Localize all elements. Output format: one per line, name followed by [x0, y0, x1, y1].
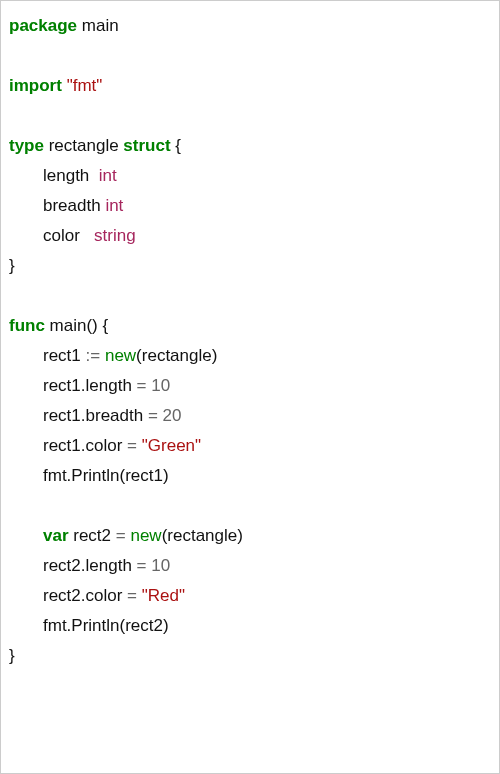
expr-color2: rect2.color: [43, 586, 127, 605]
num-10b: 10: [151, 556, 170, 575]
expr-color: rect1.color: [43, 436, 127, 455]
keyword-func: func: [9, 316, 45, 335]
num-20: 20: [163, 406, 182, 425]
type-int: int: [99, 166, 117, 185]
brace-close: }: [9, 646, 15, 665]
keyword-var: var: [43, 526, 69, 545]
str-green: "Green": [142, 436, 201, 455]
expr-length2: rect2.length: [43, 556, 137, 575]
expr-length: rect1.length: [43, 376, 137, 395]
keyword-import: import: [9, 76, 62, 95]
builtin-new: new: [105, 346, 136, 365]
field-breadth: breadth: [43, 196, 105, 215]
type-int: int: [105, 196, 123, 215]
op-eq: =: [148, 406, 158, 425]
string-fmt: "fmt": [67, 76, 103, 95]
brace-close: }: [9, 256, 15, 275]
num-10: 10: [151, 376, 170, 395]
op-eq: =: [137, 556, 147, 575]
keyword-type: type: [9, 136, 44, 155]
ident-rectangle: rectangle: [44, 136, 123, 155]
ident-rect2: rect2: [69, 526, 116, 545]
expr-breadth: rect1.breadth: [43, 406, 148, 425]
field-length: length: [43, 166, 99, 185]
field-color: color: [43, 226, 94, 245]
op-assign: :=: [86, 346, 101, 365]
call-println2: fmt.Println(rect2): [43, 616, 169, 635]
func-main: main() {: [45, 316, 108, 335]
call-println1: fmt.Println(rect1): [43, 466, 169, 485]
ident-rect1: rect1: [43, 346, 86, 365]
type-string: string: [94, 226, 136, 245]
op-eq: =: [127, 436, 137, 455]
code-block: package main import "fmt" type rectangle…: [0, 0, 500, 774]
op-eq: =: [137, 376, 147, 395]
brace-open: {: [171, 136, 181, 155]
op-eq: =: [127, 586, 137, 605]
builtin-new: new: [130, 526, 161, 545]
op-eq: =: [116, 526, 126, 545]
keyword-package: package: [9, 16, 77, 35]
call-rectangle: (rectangle): [136, 346, 217, 365]
ident-main: main: [77, 16, 119, 35]
str-red: "Red": [142, 586, 185, 605]
keyword-struct: struct: [123, 136, 170, 155]
call-rectangle: (rectangle): [162, 526, 243, 545]
